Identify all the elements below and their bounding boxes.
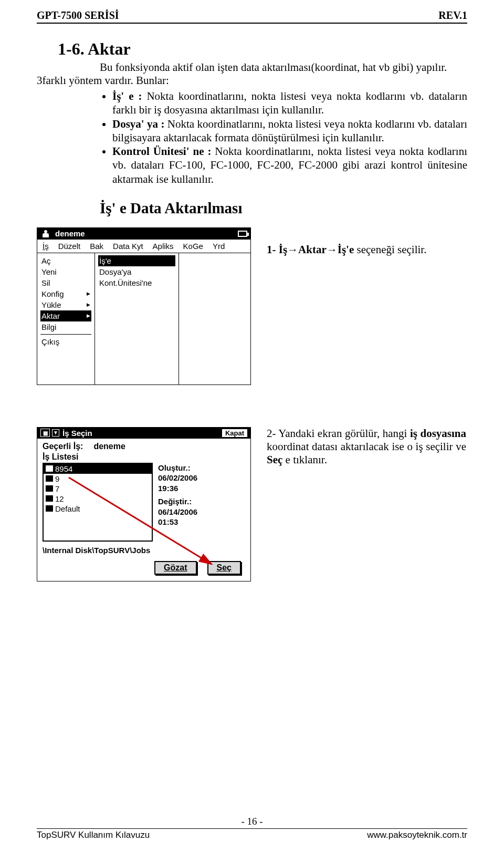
- submenu-item-kontunit[interactable]: Kont.Ünitesi'ne: [98, 277, 175, 288]
- footer-left: TopSURV Kullanım Kılavuzu: [37, 830, 150, 840]
- caption2-bold-is: iş: [410, 427, 417, 440]
- menu-datakyt[interactable]: Data Kyt: [113, 242, 143, 251]
- battery-icon: [238, 231, 247, 237]
- bullet-item: Kontrol Ünitesi' ne : Nokta koordinatlar…: [112, 144, 467, 186]
- submenu-item-dosyaya[interactable]: Dosya'ya: [98, 266, 175, 277]
- list-item[interactable]: 9: [44, 474, 152, 484]
- page-number: - 16 -: [37, 816, 467, 827]
- detail-line: 01:53: [158, 517, 197, 527]
- bullet-list: İş' e : Nokta koordinatlarını, nokta lis…: [100, 89, 467, 186]
- header-rev: REV.1: [438, 9, 467, 22]
- current-job-value: deneme: [93, 442, 125, 451]
- bullet-item: İş' e : Nokta koordinatlarını, nokta lis…: [112, 89, 467, 117]
- bullet-body: Nokta koordinatlarını, nokta listesi vey…: [112, 90, 467, 116]
- menu-item-bilgi[interactable]: Bilgi: [40, 321, 91, 333]
- menubar: İş Düzelt Bak Data Kyt Apliks KoGe Yrd: [37, 240, 250, 253]
- footer-right: www.paksoyteknik.com.tr: [367, 830, 467, 840]
- titlebar: ▦ ▼ İş Seçin Kapat: [37, 428, 250, 439]
- window-icon: ▦: [40, 429, 50, 437]
- detail-line: 06/14/2006: [158, 507, 197, 517]
- detail-line: Değiştir.:: [158, 496, 197, 507]
- menu-koge[interactable]: KoGe: [183, 242, 203, 251]
- menu-item-yukle[interactable]: Yükle: [40, 299, 91, 310]
- caption1-mid1: Aktar: [298, 243, 327, 256]
- device-screenshot-2: ▦ ▼ İş Seçin Kapat Geçerli İş: deneme İş…: [37, 427, 251, 581]
- list-item[interactable]: 12: [44, 494, 152, 504]
- submenu-item-ise[interactable]: İş'e: [98, 255, 175, 266]
- bullet-lead: Dosya' ya :: [112, 118, 167, 130]
- close-button[interactable]: Kapat: [222, 429, 247, 437]
- file-icon: [46, 485, 53, 492]
- titlebar: deneme: [37, 228, 250, 240]
- job-listbox[interactable]: 8954 9 7 12 Default: [43, 463, 153, 542]
- menu-item-cikis[interactable]: Çıkış: [40, 336, 91, 347]
- page-footer: - 16 - TopSURV Kullanım Kılavuzu www.pak…: [37, 816, 467, 840]
- arrow-icon: →: [327, 243, 338, 256]
- header-series: GPT-7500 SERİSİ: [37, 9, 119, 22]
- job-details: Oluştur.: 06/02/2006 19:36 Değiştir.: 06…: [158, 463, 197, 542]
- menu-is[interactable]: İş: [43, 242, 49, 251]
- detail-line: Oluştur.:: [158, 463, 197, 473]
- menu-item-ac[interactable]: Aç: [40, 255, 91, 266]
- file-icon: [46, 465, 53, 472]
- menu-apliks[interactable]: Apliks: [153, 242, 174, 251]
- intro-line-2: 3farklı yöntem vardır. Bunlar:: [37, 74, 467, 87]
- menu-item-konfig[interactable]: Konfig: [40, 288, 91, 299]
- menu-separator: [40, 334, 91, 335]
- dropdown-is-menu: Aç Yeni Sil Konfig Yükle Aktar Bilgi Çık…: [37, 253, 95, 385]
- detail-line: 19:36: [158, 483, 197, 494]
- section-title: 1-6. Aktar: [58, 39, 467, 59]
- window-title: İş Seçin: [62, 429, 92, 438]
- caption1-mid2: İş'e: [338, 243, 354, 256]
- caption2-text: dosyasına: [420, 427, 466, 440]
- submenu-aktar: İş'e Dosya'ya Kont.Ünitesi'ne: [95, 253, 179, 385]
- intro-line-1: Bu fonksiyonda aktif olan işten data akt…: [100, 61, 467, 74]
- label-current-job: Geçerli İş:: [43, 442, 83, 451]
- job-title: deneme: [55, 229, 85, 238]
- bullet-item: Dosya' ya : Nokta koordinatlarını, nokta…: [112, 117, 467, 145]
- list-item[interactable]: 7: [44, 484, 152, 494]
- dropdown-icon[interactable]: ▼: [52, 429, 59, 437]
- menu-item-yeni[interactable]: Yeni: [40, 266, 91, 277]
- menu-item-aktar[interactable]: Aktar: [40, 310, 91, 321]
- list-item[interactable]: 8954: [44, 464, 152, 474]
- caption1-suffix: seçeneği seçilir.: [354, 243, 426, 256]
- file-icon: [46, 505, 53, 512]
- user-icon: [40, 229, 52, 238]
- device-screenshot-1: deneme İş Düzelt Bak Data Kyt Apliks KoG…: [37, 227, 251, 385]
- menu-item-sil[interactable]: Sil: [40, 277, 91, 288]
- caption2-text: 2- Yandaki ekran görülür, hangi: [267, 427, 410, 440]
- caption2-text: koordinat datası aktarılacak ise o iş se…: [267, 440, 466, 453]
- step1-caption: 1- İş→Aktar→İş'e seçeneği seçilir.: [267, 243, 466, 256]
- file-icon: [46, 495, 53, 502]
- browse-button[interactable]: Gözat: [154, 561, 196, 575]
- caption2-bold-sec: Seç: [267, 453, 282, 466]
- bullet-lead: İş' e :: [112, 90, 146, 102]
- page-header: GPT-7500 SERİSİ REV.1: [37, 9, 467, 24]
- subsection-title: İş' e Data Aktarılması: [100, 200, 467, 217]
- menu-duzelt[interactable]: Düzelt: [58, 242, 81, 251]
- select-button[interactable]: Seç: [207, 561, 241, 575]
- caption2-text: e tıklanır.: [286, 453, 327, 466]
- job-path: \Internal Disk\TopSURV\Jobs: [37, 545, 250, 556]
- step2-caption: 2- Yandaki ekran görülür, hangi iş dosya…: [267, 427, 466, 466]
- group-title-joblist: İş Listesi: [37, 452, 250, 462]
- menu-bak[interactable]: Bak: [90, 242, 103, 251]
- list-item[interactable]: Default: [44, 504, 152, 514]
- caption1-prefix: 1- İş: [267, 243, 287, 256]
- arrow-icon: →: [287, 243, 298, 256]
- bullet-lead: Kontrol Ünitesi' ne :: [112, 145, 215, 158]
- detail-line: 06/02/2006: [158, 473, 197, 483]
- menu-yrd[interactable]: Yrd: [213, 242, 225, 251]
- file-icon: [46, 475, 53, 482]
